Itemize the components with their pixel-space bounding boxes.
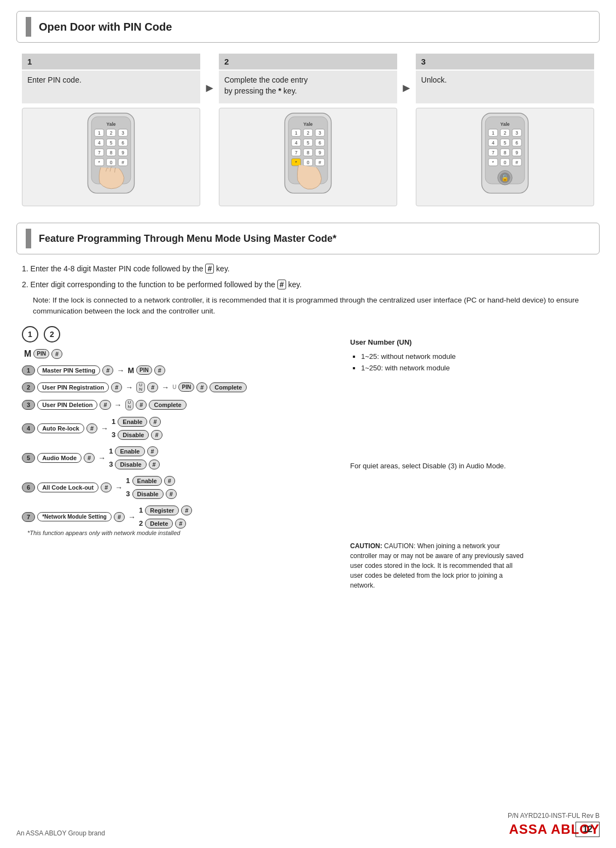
sub-rows-4: 1 Enable # 3 Disable # <box>112 417 162 440</box>
section-title: Open Door with PIN Code <box>39 21 172 33</box>
arrow-3: → <box>114 400 122 409</box>
menu-row-4-group: 4 Auto Re-lock # → 1 Enable # 3 <box>22 417 339 440</box>
arrow-m: → <box>117 366 124 375</box>
instruction-1: 1. Enter the 4-8 digit Master PIN code f… <box>22 263 594 275</box>
svg-text:2: 2 <box>307 130 310 136</box>
sub-num-4-3: 3 <box>112 431 115 439</box>
sub-action-5-3: Disable <box>115 460 146 469</box>
hash-pill: # <box>51 349 62 359</box>
svg-text:8: 8 <box>307 150 310 155</box>
sub-action-7-2: Delete <box>145 519 173 528</box>
step-2-image: Yale 1 2 3 4 5 6 7 8 <box>219 108 397 206</box>
step-1-number: 1 <box>22 54 200 69</box>
step-2: 2 Complete the code entryby pressing the… <box>219 54 397 206</box>
svg-text:#: # <box>121 160 124 165</box>
un-list: 1~25: without network module 1~250: with… <box>361 351 594 374</box>
feature-header: Feature Programming Through Menu Mode Us… <box>16 223 600 254</box>
menu-func-2: User PIN Registration <box>37 382 109 392</box>
sub-action-6-3: Disable <box>132 489 164 499</box>
sub-hash-5-3: # <box>149 460 160 469</box>
menu-func-5: Audio Mode <box>37 453 82 463</box>
svg-text:5: 5 <box>110 140 113 146</box>
arrow-2: → <box>125 383 133 392</box>
hash-3: # <box>196 382 207 392</box>
step-1-description: Enter PIN code. <box>22 71 200 103</box>
menu-row-4: 4 Auto Re-lock # → 1 Enable # 3 <box>22 417 339 440</box>
prog-circle-2: 2 <box>44 326 60 342</box>
sub-num-7-1: 1 <box>139 506 143 514</box>
un-item-1: 1~25: without network module <box>361 351 594 363</box>
prog-circle-1: 1 <box>22 326 38 342</box>
sub-row-4-3: 3 Disable # <box>112 430 162 440</box>
un-title: User Number (UN) <box>350 337 594 349</box>
sub-row-7-2: 2 Delete # <box>139 519 192 528</box>
feature-title: Feature Programming Through Menu Mode Us… <box>39 233 336 245</box>
menu-rows: 1 Master PIN Setting # → M PIN # 2 User … <box>22 365 339 536</box>
menu-func-3: User PIN Deletion <box>37 400 97 410</box>
menu-hash-5: # <box>84 453 95 463</box>
instruction-2: 2. Enter digit corresponding to the func… <box>22 279 594 291</box>
menu-num-5: 5 <box>22 453 35 463</box>
svg-text:6: 6 <box>318 140 321 146</box>
sub-action-4-1: Enable <box>118 417 147 427</box>
sub-row-5-1: 1 Enable # <box>109 446 160 456</box>
arrow-5: → <box>98 454 106 462</box>
svg-text:9: 9 <box>318 150 321 155</box>
sub-action-4-3: Disable <box>118 430 149 440</box>
m-label: M <box>24 349 31 359</box>
svg-text:0: 0 <box>110 160 113 165</box>
sub-action-5-1: Enable <box>115 446 144 456</box>
u-label: U <box>172 384 176 390</box>
svg-text:3: 3 <box>121 130 124 136</box>
feature-header-bar <box>26 229 31 248</box>
menu-hash-4: # <box>86 423 97 433</box>
pin-pill-2: PIN <box>136 365 152 375</box>
svg-text:3: 3 <box>515 130 518 136</box>
svg-text:4: 4 <box>492 140 495 146</box>
menu-row-1: 1 Master PIN Setting # → M PIN # <box>22 365 339 375</box>
menu-num-1: 1 <box>22 365 35 375</box>
m-label-2: M <box>127 366 134 375</box>
sub-hash-4-3: # <box>151 430 162 440</box>
un-hash: # <box>147 382 158 392</box>
step-1: 1 Enter PIN code. Yale 1 2 <box>22 54 200 206</box>
svg-text:0: 0 <box>504 160 507 165</box>
menu-func-7: *Network Module Setting <box>37 512 112 521</box>
menu-hash-3: # <box>100 400 111 410</box>
menu-hash-7: # <box>114 512 125 522</box>
user-number-info: User Number (UN) 1~25: without network m… <box>350 337 594 374</box>
un-box-3: U N <box>125 399 134 410</box>
complete-3: Complete <box>149 400 186 410</box>
section-header-open-door: Open Door with PIN Code <box>16 11 600 43</box>
sub-num-7-2: 2 <box>139 519 143 527</box>
sub-hash-4-1: # <box>149 417 160 427</box>
sub-num-6-3: 3 <box>126 490 130 498</box>
svg-text:4: 4 <box>295 140 298 146</box>
keypad-2-svg: Yale 1 2 3 4 5 6 7 8 <box>275 111 341 204</box>
section-header-bar <box>26 17 31 37</box>
sub-num-4-1: 1 <box>112 417 115 426</box>
arrow-6: → <box>115 483 123 492</box>
prog-left: 1 2 M PIN # 1 Master PIN Setting # → M P… <box>22 326 339 590</box>
menu-row-7-group: 7 *Network Module Setting # → 1 Register… <box>22 506 339 536</box>
sub-row-7-1: 1 Register # <box>139 506 192 515</box>
sub-hash-7-2: # <box>175 519 186 528</box>
footer-pn: P/N AYRD210-INST-FUL Rev B <box>508 812 600 820</box>
un-box: U N <box>136 382 145 393</box>
sub-hash-6-3: # <box>166 489 177 499</box>
svg-text:4: 4 <box>98 140 101 146</box>
svg-text:7: 7 <box>492 150 495 155</box>
svg-text:8: 8 <box>110 150 113 155</box>
menu-num-2: 2 <box>22 382 35 392</box>
svg-text:2: 2 <box>110 130 113 136</box>
page-footer: An ASSA ABLOY Group brand P/N AYRD210-IN… <box>0 812 616 837</box>
sub-num-6-1: 1 <box>126 477 130 485</box>
menu-row-2: 2 User PIN Registration # → U N # → U PI… <box>22 382 339 393</box>
prog-diagram: 1 2 M PIN # 1 Master PIN Setting # → M P… <box>16 326 600 590</box>
svg-text:🔓: 🔓 <box>501 174 509 182</box>
step-3: 3 Unlock. Yale 1 2 3 4 5 <box>416 54 594 206</box>
svg-text:9: 9 <box>515 150 518 155</box>
svg-text:3: 3 <box>318 130 321 136</box>
menu-num-3: 3 <box>22 400 35 410</box>
sub-rows-5: 1 Enable # 3 Disable # <box>109 446 160 469</box>
